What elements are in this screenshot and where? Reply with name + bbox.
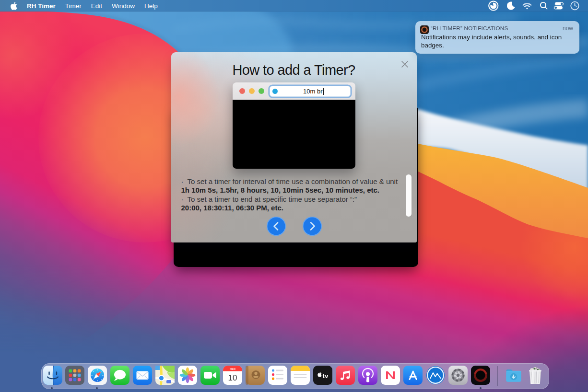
svg-text:10: 10: [228, 373, 237, 382]
svg-text:tv: tv: [322, 372, 328, 380]
svg-text:DEC: DEC: [229, 368, 235, 370]
